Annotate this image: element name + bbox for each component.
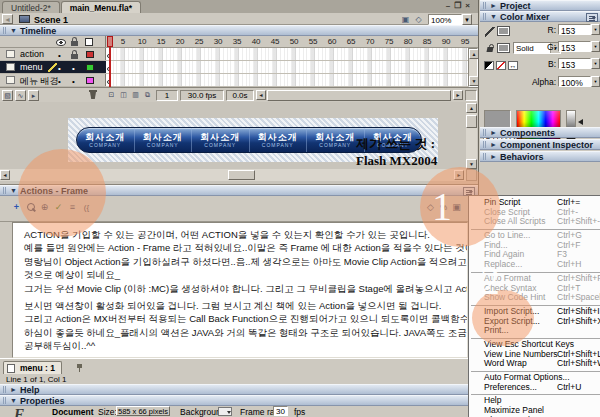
script-editor[interactable]: ACTION을 기입할 수 있는 공간이며, 어떤 ACTION을 넣을 수 있…: [12, 222, 468, 358]
frame-row[interactable]: [106, 61, 468, 74]
document-size-button[interactable]: 585 x 66 pixels: [116, 406, 170, 416]
component-inspector-panel-header[interactable]: ► Component Inspector: [480, 139, 600, 150]
menu-item[interactable]: Word Wrap Ctrl+Shift+W: [469, 359, 600, 369]
green-spinner[interactable]: ▼: [591, 41, 600, 52]
no-color-icon[interactable]: [496, 61, 506, 70]
layer-row[interactable]: action • •: [0, 48, 106, 61]
layer-lock-icon[interactable]: [71, 54, 78, 59]
alpha-value-input[interactable]: 100%: [558, 76, 591, 87]
timeline-ruler[interactable]: 5101520253035404550556065707580859095: [106, 36, 478, 48]
layer-unlocked-dot[interactable]: •: [72, 64, 75, 73]
frame-row[interactable]: [106, 48, 468, 61]
layer-unlocked-dot[interactable]: •: [72, 77, 75, 86]
project-panel-header[interactable]: ► Project: [480, 0, 600, 11]
script-assist-icon[interactable]: %: [437, 201, 450, 214]
color-mixer-options-icon[interactable]: [586, 13, 598, 22]
stroke-color-swatch[interactable]: [497, 26, 510, 36]
help-panel-header[interactable]: ► Help: [0, 384, 478, 395]
stage-scroll-down-icon[interactable]: ▼: [466, 159, 477, 169]
nav-button[interactable]: 회사소개 COMPANY: [77, 128, 135, 152]
menu-item[interactable]: Close All Scripts Ctrl+Shift+-: [469, 217, 600, 227]
stage-vscroll-thumb[interactable]: [466, 115, 477, 128]
onion-skin-outlines-icon[interactable]: ▥: [130, 90, 141, 101]
outline-layers-icon[interactable]: [85, 38, 93, 46]
black-white-colors-icon[interactable]: [484, 61, 494, 70]
view-options-icon[interactable]: ▣: [450, 201, 463, 214]
fill-color-bucket-icon[interactable]: [485, 44, 495, 54]
stage-vertical-scrollbar[interactable]: ▲ ▼: [466, 103, 477, 169]
stage-scroll-left-icon[interactable]: ◄: [0, 170, 10, 180]
edit-multiple-frames-icon[interactable]: ⧉: [142, 90, 153, 101]
stage-hscroll-thumb[interactable]: [228, 170, 255, 180]
frame-row[interactable]: [106, 74, 468, 87]
menu-item[interactable]: Preferences... Ctrl+U: [469, 383, 600, 393]
edit-scene-icon[interactable]: ▣: [400, 14, 411, 25]
properties-panel-header[interactable]: ▼ Properties: [0, 395, 478, 406]
layer-name[interactable]: menu: [20, 62, 43, 72]
swap-colors-icon[interactable]: ↔: [508, 61, 518, 70]
minimize-icon[interactable]: –: [446, 1, 454, 10]
delete-layer-icon[interactable]: [88, 90, 98, 100]
nav-button[interactable]: 회사소개 COMPANY: [192, 128, 250, 152]
frame-rate-value[interactable]: 30.0 fps: [180, 90, 224, 101]
actions-panel-header[interactable]: ▼ Actions - Frame: [0, 185, 478, 196]
insert-target-path-icon[interactable]: ⊕: [38, 201, 51, 214]
close-icon[interactable]: ×: [465, 1, 474, 10]
onion-skin-icon[interactable]: ◫: [118, 90, 129, 101]
layer-row[interactable]: menu • •: [0, 61, 106, 74]
tab-main-menu-fla[interactable]: main_Menu.fla*: [61, 1, 141, 13]
background-color-swatch[interactable]: [218, 407, 232, 416]
components-panel-header[interactable]: ► Components: [480, 127, 600, 138]
red-spinner[interactable]: ▼: [591, 24, 600, 35]
stage-document[interactable]: 회사소개 COMPANY 회사소개 COMPANY 회사소개 COMPANY 회…: [68, 118, 438, 162]
layer-name[interactable]: action: [20, 49, 44, 59]
restore-icon[interactable]: ❐: [454, 1, 465, 10]
layer-row[interactable]: 메뉴 배경 • •: [0, 74, 106, 87]
stage-scroll-right-icon[interactable]: ►: [454, 170, 464, 180]
stage[interactable]: 회사소개 COMPANY 회사소개 COMPANY 회사소개 COMPANY 회…: [0, 102, 478, 185]
fill-color-swatch[interactable]: [497, 43, 510, 53]
add-motion-guide-icon[interactable]: ∿: [15, 90, 26, 101]
frame-grid[interactable]: [106, 48, 468, 87]
timeline-scroll-left-icon[interactable]: ◄: [256, 90, 266, 100]
lock-layers-icon[interactable]: [71, 41, 78, 46]
green-value-input[interactable]: 153: [558, 41, 591, 52]
tab-untitled-2[interactable]: Untitled-2*: [2, 1, 60, 13]
menu-item[interactable]: Replace... Ctrl+H: [469, 260, 600, 270]
framerate-input[interactable]: 30: [273, 406, 288, 416]
menu-item[interactable]: Print...: [469, 326, 600, 336]
insert-layer-icon[interactable]: ▧: [2, 90, 13, 101]
zoom-dropdown-arrow[interactable]: ▼: [462, 14, 472, 25]
check-syntax-icon[interactable]: ✓: [52, 201, 65, 214]
show-code-hint-icon[interactable]: ({: [80, 201, 93, 214]
layer-visible-dot[interactable]: •: [58, 77, 61, 86]
debug-options-icon[interactable]: ◇: [424, 201, 437, 214]
timeline-scroll-right-icon[interactable]: ►: [453, 90, 463, 100]
behaviors-panel-header[interactable]: ► Behaviors: [480, 151, 600, 162]
layer-visible-dot[interactable]: •: [58, 64, 61, 73]
red-value-input[interactable]: 153: [558, 24, 591, 35]
back-button[interactable]: ◄: [2, 14, 13, 24]
blue-value-input[interactable]: 153: [558, 58, 591, 69]
script-tab-menu[interactable]: menu : 1: [3, 361, 62, 374]
add-script-item-icon[interactable]: +: [10, 201, 23, 214]
stage-horizontal-scrollbar[interactable]: ◄ ►: [0, 169, 466, 181]
nav-button[interactable]: 회사소개 COMPANY: [250, 128, 308, 152]
layer-outline-color[interactable]: [86, 77, 94, 84]
center-frame-icon[interactable]: ⊡: [106, 90, 117, 101]
playhead[interactable]: [107, 36, 113, 47]
layer-outline-color[interactable]: [86, 51, 94, 58]
timeline-vertical-scrollbar[interactable]: ▲ ▼: [468, 48, 478, 87]
blue-spinner[interactable]: ▼: [591, 58, 600, 69]
stroke-color-pencil-icon[interactable]: [485, 27, 495, 37]
zoom-select[interactable]: 100% ▼: [428, 14, 472, 25]
pin-script-icon[interactable]: [76, 363, 85, 372]
insert-layer-folder-icon[interactable]: ▸: [28, 90, 39, 101]
menu-item[interactable]: Show Code Hint Ctrl+Spacebar: [469, 293, 600, 303]
layer-outline-color[interactable]: [86, 64, 94, 71]
alpha-spinner[interactable]: ▼: [591, 76, 600, 87]
layer-visible-dot[interactable]: •: [58, 51, 61, 60]
timeline-horizontal-scrollbar[interactable]: [267, 90, 451, 101]
auto-format-icon[interactable]: ≡: [66, 201, 79, 214]
edit-symbol-icon[interactable]: ◇: [413, 14, 424, 25]
